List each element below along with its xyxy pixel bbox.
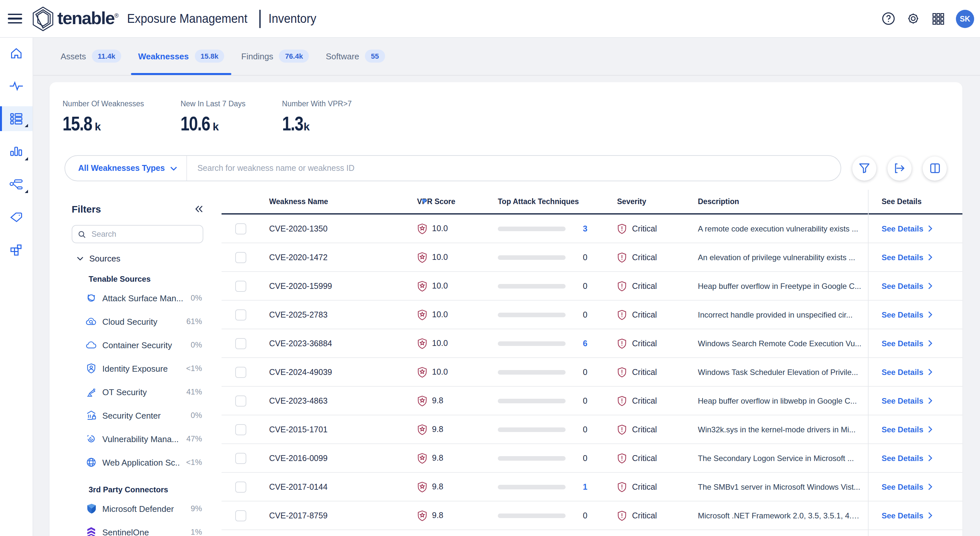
col-see-details: See Details [881, 198, 922, 206]
see-details-link[interactable]: See Details [881, 482, 932, 491]
row-checkbox[interactable] [235, 510, 246, 521]
filter-item-microsoft-defender[interactable]: Microsoft Defender 9% [72, 497, 203, 520]
see-details-link[interactable]: See Details [881, 224, 932, 233]
see-details-link-label: See Details [881, 310, 923, 319]
filter-item-web-application-scanning[interactable]: Web Application Sc... <1% [72, 451, 203, 474]
see-details-link[interactable]: See Details [881, 367, 932, 376]
filter-item-container-security[interactable]: Container Security 0% [72, 333, 203, 357]
sidebar-item-tags[interactable] [0, 205, 33, 230]
attack-count[interactable]: 0 [577, 253, 593, 262]
see-details-link[interactable]: See Details [881, 281, 932, 290]
see-details-link[interactable]: See Details [881, 453, 932, 463]
filter-item-ot-security[interactable]: OT Security 41% [72, 380, 203, 404]
vpr-value: 9.8 [432, 425, 444, 434]
weakness-name: CVE-2023-4863 [269, 396, 328, 405]
row-checkbox[interactable] [235, 309, 246, 320]
attack-count[interactable]: 6 [577, 339, 593, 348]
attack-count[interactable]: 0 [577, 453, 593, 463]
export-button[interactable] [888, 156, 912, 180]
attack-count[interactable]: 0 [577, 425, 593, 434]
search-icon [78, 230, 86, 238]
columns-icon [929, 163, 940, 174]
chevron-right-icon [928, 225, 932, 232]
row-checkbox[interactable] [235, 424, 246, 435]
sidebar-item-dashboards[interactable] [0, 140, 33, 164]
sources-group-toggle[interactable]: Sources [72, 250, 203, 266]
severity-cell: Critical [617, 281, 657, 291]
sidebar-item-attack-path[interactable] [0, 172, 33, 197]
row-checkbox[interactable] [235, 223, 246, 234]
description-text: An elevation of privilege vulnerability … [698, 253, 855, 262]
filter-item-cloud-security[interactable]: Cloud Security 61% [72, 310, 203, 333]
description-text: Win32k.sys in the kernel-mode drivers in… [698, 425, 856, 434]
see-details-link[interactable]: See Details [881, 253, 932, 262]
tab-software[interactable]: Software 55 [317, 37, 393, 75]
settings-gear-icon[interactable] [906, 12, 920, 26]
user-avatar[interactable]: SK [956, 10, 974, 28]
flyout-indicator [25, 124, 28, 127]
filter-button[interactable] [852, 156, 877, 180]
help-icon[interactable] [881, 12, 895, 26]
attack-count[interactable]: 0 [577, 310, 593, 319]
tab-bar: Assets 11.4k Weaknesses 15.8k Findings 7… [33, 37, 980, 76]
vpr-score-cell: 10.0 [417, 367, 448, 378]
chevron-right-icon [928, 311, 932, 318]
row-checkbox[interactable] [235, 453, 246, 464]
weakness-search-input[interactable] [187, 164, 840, 173]
sidebar-item-inventory[interactable] [0, 106, 33, 131]
severity-cell: Critical [617, 367, 657, 377]
sidebar-item-integrations[interactable] [0, 237, 33, 262]
see-details-link[interactable]: See Details [881, 310, 932, 319]
attack-count[interactable]: 3 [577, 224, 593, 233]
sidebar-item-activity[interactable] [0, 74, 33, 99]
tenable-logo-icon[interactable] [31, 6, 55, 32]
weakness-type-dropdown[interactable]: All Weaknesses Types [65, 156, 187, 180]
sidebar-item-home[interactable] [0, 41, 33, 66]
app-launcher-grid-icon[interactable] [931, 12, 945, 26]
description-text: Heap buffer overflow in libwebp in Googl… [698, 396, 857, 405]
filters-search-input[interactable] [90, 229, 197, 239]
attack-count[interactable]: 0 [577, 396, 593, 405]
severity-label: Critical [632, 253, 657, 262]
filter-item-sentinelone[interactable]: SentinelOne 1% [72, 520, 203, 536]
columns-button[interactable] [923, 156, 947, 180]
attack-count[interactable]: 0 [577, 511, 593, 520]
collapse-filters-icon[interactable] [195, 206, 203, 212]
tab-weaknesses[interactable]: Weaknesses 15.8k [130, 37, 233, 75]
vpr-score-cell: 9.8 [417, 395, 444, 406]
weakness-name: CVE-2017-8759 [269, 511, 328, 520]
weakness-name: CVE-2020-1350 [269, 224, 328, 233]
row-checkbox[interactable] [235, 252, 246, 263]
row-checkbox[interactable] [235, 367, 246, 378]
vpr-value: 10.0 [432, 339, 448, 348]
filter-item-vulnerability-management[interactable]: Vulnerability Mana... 47% [72, 427, 203, 451]
attack-bar [498, 284, 566, 288]
filter-item-attack-surface-management[interactable]: Attack Surface Man... 0% [72, 286, 203, 310]
attack-count[interactable]: 0 [577, 281, 593, 290]
see-details-link[interactable]: See Details [881, 339, 932, 348]
severity-label: Critical [632, 396, 657, 405]
chevron-right-icon [928, 512, 932, 519]
tab-assets[interactable]: Assets 11.4k [52, 37, 130, 75]
filter-item-identity-exposure[interactable]: Identity Exposure <1% [72, 357, 203, 380]
see-details-link[interactable]: See Details [881, 511, 932, 520]
severity-label: Critical [632, 339, 657, 348]
see-details-link[interactable]: See Details [881, 396, 932, 405]
attack-count[interactable]: 0 [577, 367, 593, 376]
severity-critical-shield-icon [617, 281, 627, 291]
see-details-link[interactable]: See Details [881, 425, 932, 434]
attack-count[interactable]: 1 [577, 482, 593, 491]
severity-cell: Critical [617, 252, 657, 262]
table-row: CVE-2020-1350 10.0 3 Critical A remote c… [221, 215, 963, 243]
row-checkbox[interactable] [235, 338, 246, 349]
row-checkbox[interactable] [235, 395, 246, 406]
flyout-indicator [25, 157, 28, 160]
row-checkbox[interactable] [235, 281, 246, 292]
col-weakness-name: Weakness Name [269, 198, 328, 206]
row-checkbox[interactable] [235, 481, 246, 492]
filter-item-security-center[interactable]: Security Center 0% [72, 404, 203, 427]
tab-findings[interactable]: Findings 76.4k [233, 37, 317, 75]
table-row: CVE-2023-4863 9.8 0 Critical Heap buffer… [221, 387, 963, 415]
hamburger-menu-icon[interactable] [8, 13, 22, 24]
cloud-security-icon [86, 316, 96, 327]
